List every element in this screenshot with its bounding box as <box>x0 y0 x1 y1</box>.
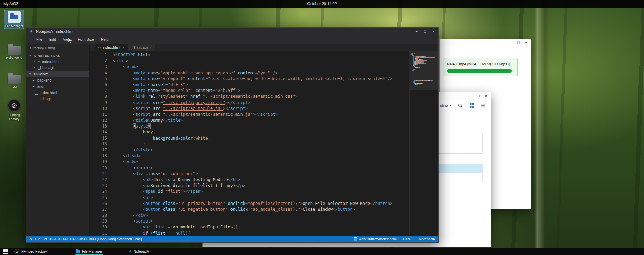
minimize-icon[interactable]: − <box>509 41 511 45</box>
folder-label: img <box>37 84 44 88</box>
notepada-window: NotepadA - index.html − □ × File Edit Vi… <box>26 27 439 243</box>
file-label: index.html <box>40 91 57 95</box>
taskbar-label: FFmpeg Factory <box>21 249 47 253</box>
folder-label: backend <box>37 78 52 82</box>
open-editor-item[interactable]: × <> index.html <box>26 58 89 65</box>
close-icon[interactable]: × <box>525 41 527 45</box>
maximize-icon[interactable]: □ <box>424 30 426 34</box>
mouse-cursor <box>68 37 73 44</box>
open-editor-item[interactable]: × init.agi <box>26 65 89 71</box>
status-time: Tue Oct 20 2020 14:01:43 GMT+0800 (Hong … <box>35 237 142 241</box>
close-icon[interactable]: × <box>33 60 36 64</box>
folder-icon <box>8 75 21 84</box>
notepada-logo-icon <box>29 29 34 34</box>
start-menu-icon[interactable] <box>2 249 8 254</box>
sidebar-folder-img[interactable]: ▸ img <box>26 83 89 89</box>
window-title: NotepadA - index.html <box>36 29 413 34</box>
chevron-down-icon: ▾ <box>29 54 32 57</box>
status-bar: ↻ Tue Oct 20 2020 14:01:43 GMT+0800 (Hon… <box>26 236 438 242</box>
status-app-name: NotepadA <box>419 237 435 241</box>
menu-edit[interactable]: Edit <box>46 35 59 44</box>
conversion-job-card: NN4.1.mp4 [MP4 → MP3(320 Kbps)] <box>443 58 518 76</box>
progress-bar-fill <box>447 69 512 73</box>
tab-init-agi[interactable]: init.agi × <box>128 44 156 51</box>
menu-font-size[interactable]: Font Size <box>74 35 97 44</box>
maximize-icon[interactable]: □ <box>517 41 520 45</box>
ffmpeg-app-icon: ⊘ <box>14 249 19 254</box>
desktop-icon-label: File Manager <box>5 24 23 28</box>
search-icon[interactable] <box>458 103 463 108</box>
chevron-right-icon: ▸ <box>33 85 36 88</box>
tab-index-html[interactable]: <> index.html × <box>95 44 128 51</box>
notepada-title-bar[interactable]: NotepadA - index.html − □ × <box>26 28 438 35</box>
ffmpeg-app-icon: ⊘ <box>8 99 21 112</box>
minimize-icon[interactable]: − <box>415 30 417 34</box>
folder-icon <box>8 46 21 55</box>
sidebar-file-init[interactable]: init.agi <box>26 96 89 102</box>
status-language[interactable]: HTML <box>403 237 413 241</box>
grid-view-icon[interactable] <box>469 103 474 108</box>
desktop-icon-test[interactable]: Test <box>3 72 25 89</box>
minimap[interactable] <box>409 51 438 236</box>
file-manager-icon <box>8 11 21 23</box>
desktop-icon-file-manager[interactable]: File Manager <box>3 11 25 28</box>
menu-help[interactable]: Help <box>97 35 112 44</box>
file-manager-app-icon <box>76 250 80 253</box>
chevron-down-icon: ▾ <box>449 103 452 108</box>
desktop: My ArOZ October 20 14:02 File Manager He… <box>0 0 644 255</box>
file-icon <box>132 46 135 49</box>
close-icon[interactable]: × <box>150 46 152 49</box>
system-menu-label[interactable]: My ArOZ <box>3 2 18 6</box>
taskbar-item-ffmpeg-factory[interactable]: ⊘ FFmpeg Factory <box>13 248 48 255</box>
ffmpeg-title-bar[interactable]: − □ × <box>440 39 531 46</box>
menu-file[interactable]: File <box>33 35 46 44</box>
chevron-right-icon: ▸ <box>33 78 36 82</box>
taskbar-label: File Manager <box>82 249 102 253</box>
chevron-down-icon: ▾ <box>29 72 32 76</box>
close-icon[interactable]: × <box>33 66 36 70</box>
taskbar-item-notepada[interactable]: NotepadA <box>126 248 150 255</box>
sync-icon: ↻ <box>29 237 32 241</box>
file-label: init.agi <box>40 97 51 101</box>
section-label: OPEN EDITORS <box>34 54 60 57</box>
sidebar-header: Directory Listing <box>26 44 89 52</box>
desktop-icon-label: Hello World <box>6 56 22 60</box>
file-icon <box>354 237 357 241</box>
desktop-icon-ffmpeg-factory[interactable]: ⊘ FFmpeg Factory <box>3 99 25 121</box>
taskbar: ⊘ FFmpeg Factory File Manager NotepadA <box>0 248 644 255</box>
file-icon <box>38 66 41 70</box>
maximize-icon[interactable]: □ <box>477 94 480 98</box>
taskbar-label: NotepadA <box>134 249 149 253</box>
sidebar-section-open-editors[interactable]: ▾ OPEN EDITORS <box>26 52 89 58</box>
close-icon[interactable]: × <box>122 46 124 49</box>
sidebar: Directory Listing ▾ OPEN EDITORS × <> in… <box>26 44 90 236</box>
desktop-icon-label: FFmpeg Factory <box>3 113 25 121</box>
tab-bar: <> index.html × init.agi × <box>90 44 438 51</box>
html-file-icon: <> <box>38 60 40 63</box>
sidebar-folder-backend[interactable]: ▸ backend <box>26 77 89 83</box>
file-icon <box>35 91 38 95</box>
top-bar: My ArOZ October 20 14:02 <box>0 0 644 8</box>
folder-label: DUMMY <box>34 72 48 76</box>
file-label: index.html <box>42 59 59 64</box>
file-icon <box>35 97 38 101</box>
taskbar-item-file-manager[interactable]: File Manager <box>74 248 103 255</box>
sidebar-file-index[interactable]: index.html <box>26 89 89 96</box>
progress-bar <box>447 69 513 73</box>
clock: October 20 14:02 <box>307 2 337 6</box>
notepada-logo-icon <box>128 249 132 254</box>
sidebar-folder-dummy[interactable]: ▾ DUMMY <box>26 71 89 77</box>
status-file-path: web/Dummy/index.html <box>359 237 397 241</box>
file-label: init.agi <box>42 66 54 70</box>
close-icon[interactable]: × <box>433 30 435 34</box>
menu-bar: File Edit View Font Size Help <box>26 35 438 44</box>
tab-label: index.html <box>103 45 120 49</box>
list-view-icon[interactable] <box>481 103 486 108</box>
tab-label: init.agi <box>137 45 148 49</box>
editor[interactable]: 1<!DOCTYPE html>2<html>3 <head>4 <meta n… <box>90 51 438 236</box>
close-icon[interactable]: × <box>485 94 487 98</box>
minimize-icon[interactable]: − <box>469 94 471 98</box>
conversion-job-label: NN4.1.mp4 [MP4 → MP3(320 Kbps)] <box>447 62 513 66</box>
desktop-icon-hello-world[interactable]: Hello World <box>3 43 25 60</box>
code-lines[interactable]: 1<!DOCTYPE html>2<html>3 <head>4 <meta n… <box>90 51 409 236</box>
